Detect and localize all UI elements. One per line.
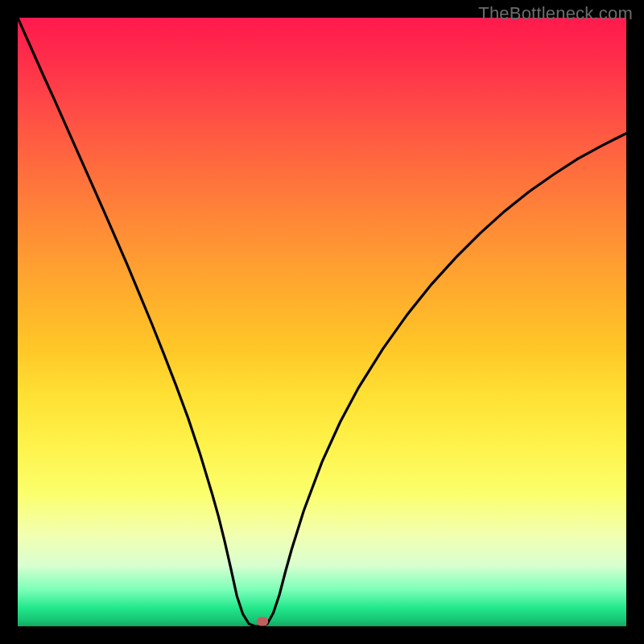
bottleneck-curve — [18, 18, 626, 626]
minimum-marker — [257, 617, 268, 625]
watermark: TheBottleneck.com — [478, 3, 633, 24]
